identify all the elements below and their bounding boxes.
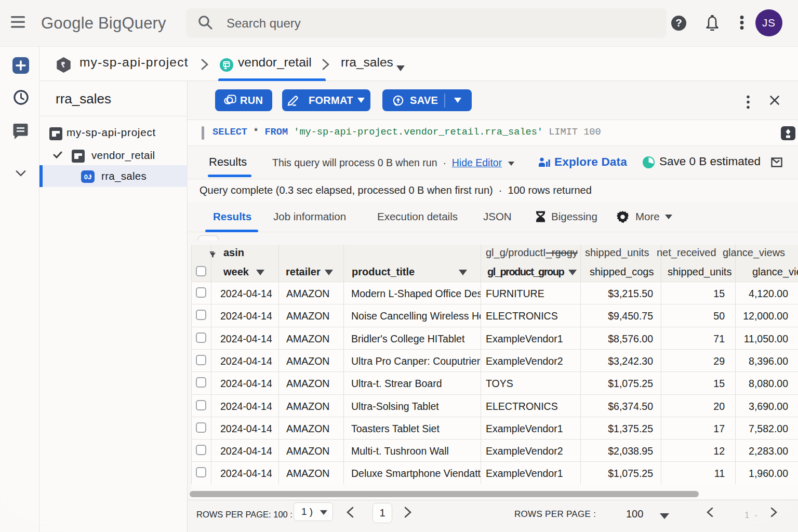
- svg-text:0Ɉ: 0Ɉ: [84, 173, 92, 181]
